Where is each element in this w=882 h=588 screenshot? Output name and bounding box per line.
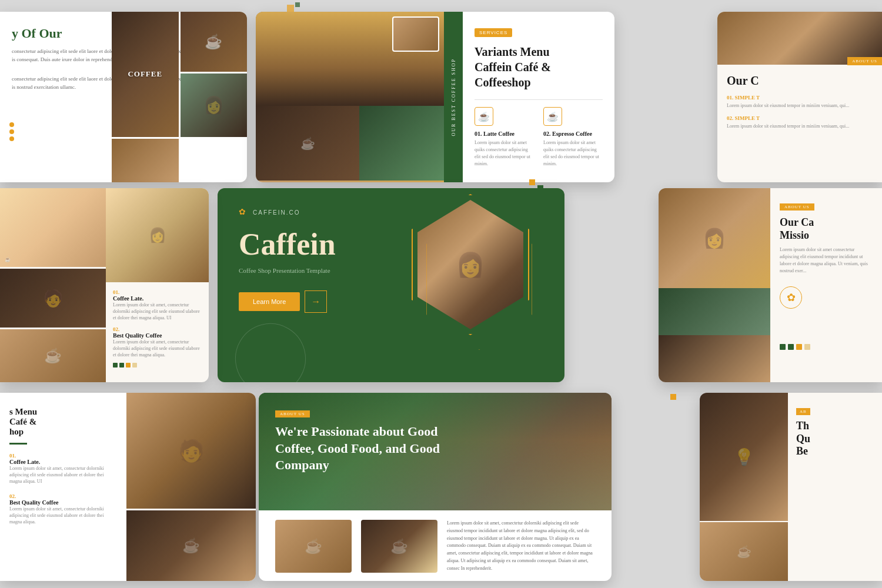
slide-left-mid: ☕ 🧑 ☕ 👩 01. Coffee Late. Lorem ipsum dol… bbox=[0, 188, 209, 382]
services-sidebar: OUR BEST COFFEE SHOP bbox=[444, 12, 463, 182]
services-sidebar-text: OUR BEST COFFEE SHOP bbox=[451, 58, 456, 136]
rightmid-dots bbox=[780, 344, 873, 350]
rightmid-text: Lorem ipsum dolor sit amet consectetur a… bbox=[780, 246, 873, 275]
services-bot-row: ☕ bbox=[256, 106, 444, 181]
bl-green-bar bbox=[9, 443, 27, 445]
services-items: ☕ 01. Latte Coffee Lorem ipsum dolor sit… bbox=[475, 107, 603, 168]
leftmid-top-photo: 👩 bbox=[106, 188, 209, 282]
learn-more-button[interactable]: Learn More bbox=[239, 292, 300, 311]
br-badge: AB bbox=[796, 408, 810, 415]
passionate-badge: ABOUT US bbox=[275, 410, 310, 417]
bl-title: s MenuCafé &hop bbox=[9, 407, 114, 437]
bl-item1-desc: Lorem ipsum dolor sit amet, consectetur … bbox=[9, 465, 114, 485]
leftmid-right: 👩 01. Coffee Late. Lorem ipsum dolor sit… bbox=[106, 188, 209, 382]
deco-sq-4 bbox=[537, 185, 543, 191]
slide-services: ☕ OUR BEST COFFEE SHOP SERVICES Variants… bbox=[256, 12, 614, 182]
shop-photo bbox=[112, 139, 179, 182]
slide-passionate: ABOUT US We're Passionate about GoodCoff… bbox=[259, 393, 612, 581]
br-title: ThQuBe bbox=[796, 420, 874, 458]
history-photos: COFFEE ☕ 👩 bbox=[112, 12, 247, 182]
bottom-left-content: s MenuCafé &hop 01. Coffee Late. Lorem i… bbox=[0, 393, 123, 581]
leftmid-item2-title: Best Quality Coffee bbox=[113, 332, 202, 339]
hero-arrow-button[interactable]: → bbox=[305, 290, 327, 313]
leftmid-bot-content: 01. Coffee Late. Lorem ipsum dolor sit a… bbox=[106, 282, 209, 382]
rm-dot2 bbox=[788, 344, 794, 350]
leftmid-photo3: ☕ bbox=[0, 329, 106, 382]
passionate-photo2: ☕ bbox=[361, 520, 437, 573]
hex-container: 👩 bbox=[417, 200, 535, 353]
bl-item2-title: Best Quality Coffee bbox=[9, 499, 114, 506]
bl-photo1: 🧑 bbox=[126, 393, 256, 509]
slide-history: y Of Our consectetur adipiscing elit sed… bbox=[0, 12, 247, 182]
passionate-text-area: ABOUT US We're Passionate about GoodCoff… bbox=[275, 407, 595, 474]
deco-sq-5 bbox=[670, 394, 676, 400]
hero-brand-name: CAFFEIN.CO bbox=[253, 209, 300, 216]
slide-bottom-left: s MenuCafé &hop 01. Coffee Late. Lorem i… bbox=[0, 393, 256, 581]
cup-icon: ☕ bbox=[181, 12, 248, 72]
passionate-bot: ☕ ☕ Lorem ipsum dolor sit amet, consecte… bbox=[259, 510, 612, 581]
leftmid-item1: 01. Coffee Late. Lorem ipsum dolor sit a… bbox=[113, 289, 202, 322]
history-dots bbox=[9, 122, 14, 141]
services-divider bbox=[475, 99, 603, 100]
hero-leaf-deco bbox=[222, 310, 319, 382]
leftmid-item2-desc: Lorem ipsum dolor sit amet, consectetur … bbox=[113, 339, 202, 359]
about-item1-text: Lorem ipsum dolor sit eiusmod tempor in … bbox=[727, 102, 873, 109]
rightmid-photo-bot bbox=[659, 335, 770, 382]
services-cup-photo bbox=[359, 106, 444, 181]
bl-item1: 01. Coffee Late. Lorem ipsum dolor sit a… bbox=[9, 453, 114, 485]
rm-dot4 bbox=[804, 344, 810, 350]
dot-light bbox=[132, 363, 137, 368]
slide-about-top: ABOUT US Our C 01. SIMPLE T Lorem ipsum … bbox=[717, 12, 882, 182]
service-latte: ☕ 01. Latte Coffee Lorem ipsum dolor sit… bbox=[475, 107, 534, 168]
rightmid-flower-icon: ✿ bbox=[780, 286, 873, 309]
services-inset-photo bbox=[392, 16, 439, 52]
about-item2: 02. SIMPLE T Lorem ipsum dolor sit eiusm… bbox=[727, 115, 873, 130]
deco-sq-1 bbox=[287, 5, 294, 12]
leftmid-photo2: 🧑 bbox=[0, 269, 106, 328]
passionate-top: ABOUT US We're Passionate about GoodCoff… bbox=[259, 393, 612, 510]
rightmid-photo-top: 👩 bbox=[659, 188, 770, 288]
about-title: Our C bbox=[727, 74, 873, 88]
br-photo2: ☕ bbox=[700, 522, 788, 581]
espresso-desc: Lorem ipsum dolor sit amet quiks consect… bbox=[543, 139, 603, 168]
leftmid-item1-num: 01. bbox=[113, 289, 202, 295]
dot-orange bbox=[126, 363, 131, 368]
passionate-photo1: ☕ bbox=[275, 520, 352, 573]
leftmid-photos: ☕ 🧑 ☕ bbox=[0, 188, 106, 382]
bl-item2-num: 02. bbox=[9, 493, 114, 499]
bl-item1-num: 01. bbox=[9, 453, 114, 459]
latte-icon: ☕ bbox=[475, 107, 493, 126]
bottomright-photos: 💡 ☕ bbox=[700, 393, 788, 581]
rm-dot1 bbox=[780, 344, 786, 350]
about-content-area: Our C 01. SIMPLE T Lorem ipsum dolor sit… bbox=[717, 65, 882, 145]
service-espresso: ☕ 02. Espresso Coffee Lorem ipsum dolor … bbox=[543, 107, 603, 168]
coffee-cup-photo: ☕ bbox=[181, 12, 248, 72]
dot-green1 bbox=[113, 363, 118, 368]
espresso-name: 02. Espresso Coffee bbox=[543, 131, 603, 137]
dot-green2 bbox=[119, 363, 124, 368]
bottomright-content: AB ThQuBe bbox=[788, 393, 882, 581]
slide-hero: ✿ CAFFEIN.CO Caffein Coffee Shop Present… bbox=[218, 188, 564, 382]
rightmid-title: Our CaMissio bbox=[780, 216, 873, 242]
slide-right-mid: 👩 ABOUT US Our CaMissio Lorem ipsum dolo… bbox=[659, 188, 882, 382]
coffee-label: COFFEE bbox=[128, 69, 162, 79]
flower-deco: ✿ bbox=[780, 286, 802, 309]
services-right-content: SERVICES Variants MenuCaffein Café &Coff… bbox=[463, 12, 614, 182]
services-badge: SERVICES bbox=[475, 28, 512, 37]
about-green-top: ABOUT US bbox=[717, 12, 882, 65]
bl-item1-title: Coffee Late. bbox=[9, 459, 114, 465]
barista-face: 👩 bbox=[181, 74, 248, 136]
deco-sq-2 bbox=[295, 2, 300, 7]
bottom-left-photos: 🧑 ☕ bbox=[126, 393, 256, 581]
about-item1: 01. SIMPLE T Lorem ipsum dolor sit eiusm… bbox=[727, 95, 873, 109]
leftmid-item1-title: Coffee Late. bbox=[113, 295, 202, 302]
latte-name: 01. Latte Coffee bbox=[475, 131, 534, 137]
rm-dot3 bbox=[796, 344, 802, 350]
rightmid-badge: ABOUT US bbox=[780, 203, 814, 211]
slide-bottom-right: 💡 ☕ AB ThQuBe bbox=[700, 393, 882, 581]
leftmid-item1-desc: Lorem ipsum dolor sit amet, consectetur … bbox=[113, 302, 202, 322]
leftmid-item2-num: 02. bbox=[113, 326, 202, 332]
about-badge: ABOUT US bbox=[847, 57, 882, 65]
leftmid-photo1: ☕ bbox=[0, 188, 106, 267]
hero-inner: ✿ CAFFEIN.CO Caffein Coffee Shop Present… bbox=[218, 188, 564, 382]
